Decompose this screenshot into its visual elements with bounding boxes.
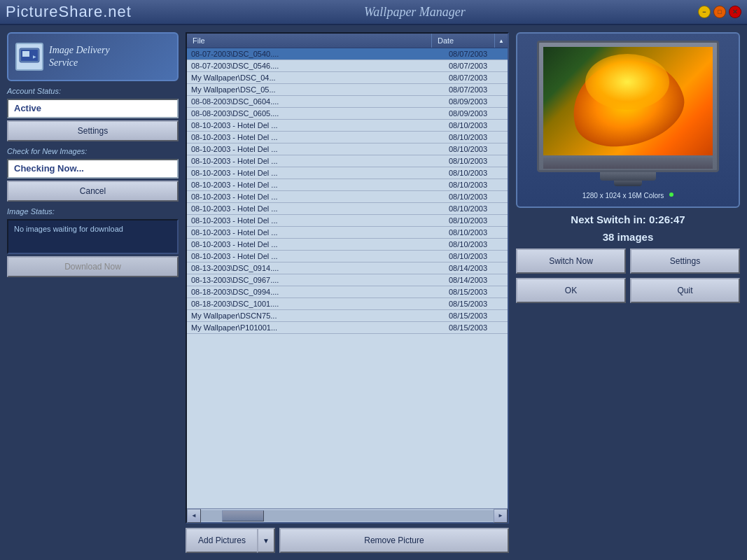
file-cell-name: 08-10-2003 - Hotel Del ... [187,227,445,238]
file-cell-date: 08/14/2003 [445,274,508,286]
file-list-panel: File Date ▲ 08-07-2003\DSC_0540.... 08/0… [186,32,509,524]
file-cell-name: 08-08-2003\DSC_0604.... [187,96,445,107]
h-scrollbar-thumb[interactable] [222,510,264,522]
monitor-stand [614,181,642,186]
file-cell-date: 08/10/2003 [445,203,508,214]
file-list-body[interactable]: 08-07-2003\DSC_0540.... 08/07/2003 08-07… [187,48,508,508]
file-cell-name: 08-10-2003 - Hotel Del ... [187,251,445,262]
download-now-button[interactable]: Download Now [7,256,179,277]
switch-now-button[interactable]: Switch Now [516,248,626,274]
wallpaper-manager-title: Wallpaper Manager [364,5,466,20]
file-cell-name: 08-10-2003 - Hotel Del ... [187,191,445,202]
table-row[interactable]: 08-10-2003 - Hotel Del ... 08/10/2003 [187,167,508,179]
image-status-section: Image Status: No images waiting for down… [7,207,179,277]
file-cell-name: My Wallpaper\DSC_04... [187,72,445,83]
table-row[interactable]: My Wallpaper\P101001... 08/15/2003 [187,322,508,334]
right-content: File Date ▲ 08-07-2003\DSC_0540.... 08/0… [186,32,740,553]
table-row[interactable]: 08-10-2003 - Hotel Del ... 08/10/2003 [187,179,508,191]
file-cell-name: My Wallpaper\DSCN75... [187,310,445,321]
table-row[interactable]: My Wallpaper\DSCN75... 08/15/2003 [187,310,508,322]
file-cell-name: My Wallpaper\P101001... [187,322,445,333]
minimize-button[interactable]: − [698,6,711,18]
table-row[interactable]: 08-08-2003\DSC_0605.... 08/09/2003 [187,108,508,120]
status-dot [669,192,673,197]
file-cell-name: 08-10-2003 - Hotel Del ... [187,132,445,143]
file-cell-name: 08-13-2003\DSC_0914.... [187,262,445,274]
table-row[interactable]: 08-10-2003 - Hotel Del ... 08/10/2003 [187,215,508,227]
ok-button[interactable]: OK [516,278,626,303]
file-cell-name: 08-07-2003\DSC_0540.... [187,48,445,59]
scroll-right-arrow[interactable]: ► [494,509,508,523]
app-name-suffix: .net [103,3,132,20]
file-cell-name: 08-10-2003 - Hotel Del ... [187,239,445,250]
table-row[interactable]: 08-07-2003\DSC_0540.... 08/07/2003 [187,48,508,60]
table-row[interactable]: 08-10-2003 - Hotel Del ... 08/10/2003 [187,120,508,132]
add-pictures-dropdown[interactable]: ▼ [257,528,275,553]
table-row[interactable]: 08-18-2003\DSC_1001.... 08/15/2003 [187,298,508,310]
file-cell-name: 08-10-2003 - Hotel Del ... [187,144,445,155]
next-switch-text: Next Switch in: 0:26:47 [516,214,740,225]
close-button[interactable]: ✕ [729,6,741,18]
file-cell-name: 08-10-2003 - Hotel Del ... [187,203,445,214]
add-pictures-button[interactable]: Add Pictures [186,528,257,553]
id-service-icon: ▶ [15,43,43,71]
file-cell-date: 08/07/2003 [445,60,508,71]
table-row[interactable]: 08-07-2003\DSC_0546.... 08/07/2003 [187,60,508,72]
svg-text:▶: ▶ [33,55,36,59]
file-cell-name: 08-10-2003 - Hotel Del ... [187,167,445,178]
file-cell-date: 08/15/2003 [445,310,508,321]
check-images-section: Check for New Images: Checking Now... Ca… [7,147,179,202]
file-cell-name: 08-13-2003\DSC_0967.... [187,274,445,286]
id-service-text: Image DeliveryService [49,44,110,69]
file-cell-date: 08/15/2003 [445,322,508,333]
monitor-resolution: 1280 x 1024 x 16M Colors [582,192,664,200]
remove-picture-button[interactable]: Remove Picture [279,528,509,553]
table-row[interactable]: 08-10-2003 - Hotel Del ... 08/10/2003 [187,155,508,167]
title-bar: PictureShare.net Wallpaper Manager − □ ✕ [0,0,747,25]
quit-button[interactable]: Quit [630,278,740,303]
table-row[interactable]: 08-10-2003 - Hotel Del ... 08/10/2003 [187,239,508,251]
window-controls: − □ ✕ [698,6,741,18]
file-cell-date: 08/10/2003 [445,251,508,262]
scroll-up-arrow[interactable]: ▲ [495,34,508,48]
wallpaper-panel: 1280 x 1024 x 16M Colors Next Switch in:… [516,32,740,553]
scroll-left-arrow[interactable]: ◄ [187,509,201,523]
table-row[interactable]: 08-10-2003 - Hotel Del ... 08/10/2003 [187,144,508,155]
col-date-header: Date [432,34,495,48]
wallpaper-preview-image [543,47,713,155]
table-row[interactable]: My Wallpaper\DSC_04... 08/07/2003 [187,72,508,84]
account-status-label: Account Status: [7,87,179,95]
file-cell-date: 08/10/2003 [445,179,508,190]
table-row[interactable]: 08-10-2003 - Hotel Del ... 08/10/2003 [187,227,508,239]
resolution-container: 1280 x 1024 x 16M Colors [582,189,674,200]
wallpaper-actions: Switch Now Settings OK Quit [516,248,740,303]
wp-settings-button[interactable]: Settings [630,248,740,274]
file-cell-date: 08/07/2003 [445,84,508,95]
maximize-button[interactable]: □ [713,6,726,18]
cancel-button[interactable]: Cancel [7,181,179,202]
monitor-chin [543,158,713,169]
file-cell-date: 08/10/2003 [445,144,508,155]
table-row[interactable]: 08-13-2003\DSC_0967.... 08/14/2003 [187,274,508,286]
table-row[interactable]: My Wallpaper\DSC_05... 08/07/2003 [187,84,508,96]
table-row[interactable]: 08-10-2003 - Hotel Del ... 08/10/2003 [187,132,508,144]
file-cell-name: 08-18-2003\DSC_0994.... [187,286,445,298]
file-list-container: File Date ▲ 08-07-2003\DSC_0540.... 08/0… [186,32,509,553]
horizontal-scrollbar[interactable] [201,510,494,522]
table-row[interactable]: 08-13-2003\DSC_0914.... 08/14/2003 [187,262,508,274]
table-row[interactable]: 08-10-2003 - Hotel Del ... 08/10/2003 [187,191,508,203]
image-delivery-header: ▶ Image DeliveryService [7,32,179,81]
file-list-actions: Add Pictures ▼ Remove Picture [186,528,509,553]
account-status-section: Account Status: Active Settings [7,87,179,141]
table-row[interactable]: 08-18-2003\DSC_0994.... 08/15/2003 [187,286,508,298]
table-row[interactable]: 08-10-2003 - Hotel Del ... 08/10/2003 [187,251,508,262]
table-row[interactable]: 08-10-2003 - Hotel Del ... 08/10/2003 [187,203,508,215]
checking-now-value: Checking Now... [7,159,179,178]
settings-button[interactable]: Settings [7,120,179,141]
title-bar-left: PictureShare.net [6,3,132,21]
file-cell-date: 08/10/2003 [445,167,508,178]
images-count-text: 38 images [516,231,740,243]
image-status-label: Image Status: [7,207,179,216]
table-row[interactable]: 08-08-2003\DSC_0604.... 08/09/2003 [187,96,508,108]
svg-rect-2 [22,51,29,57]
